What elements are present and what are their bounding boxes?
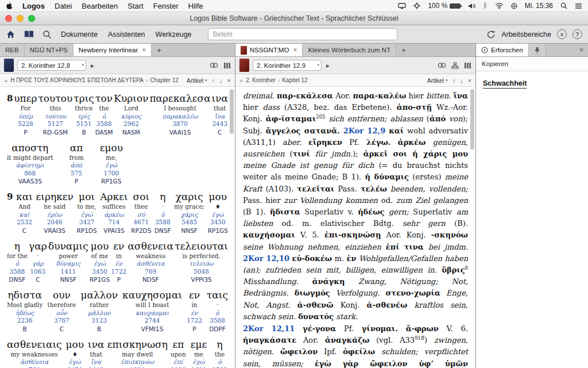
text-segment[interactable]: ἐπί τινα [386, 243, 424, 251]
text-segment[interactable]: τελεῖται [297, 185, 334, 193]
morph-code[interactable]: C [218, 128, 222, 136]
notification-center-icon[interactable] [575, 3, 582, 9]
toolbar-werkzeuge[interactable]: Werkzeuge [154, 29, 193, 40]
strongs-number[interactable]: 868 [24, 170, 36, 178]
text-segment[interactable]: ἀρκέω [398, 138, 426, 147]
display-icon[interactable] [398, 3, 406, 9]
interlinear-word[interactable]: επισκηνωσηmay dwellἐπισκηνόω1981VAAS3S [107, 338, 168, 368]
interlinear-word[interactable]: ιναthatἵνα2443C [88, 338, 104, 368]
text-segment[interactable]: ἵνα [454, 91, 468, 100]
morph-code[interactable]: P [24, 128, 27, 136]
text-segment[interactable]: ἄ-φρων [406, 324, 439, 333]
spotlight-icon[interactable] [560, 2, 567, 9]
text-segment[interactable]: ἀνάγκη [312, 277, 345, 286]
close-panel-icon[interactable]: × [468, 77, 471, 84]
morph-code[interactable]: VPAI3S [103, 227, 124, 235]
morph-code[interactable]: VFMI1S [141, 325, 164, 333]
morph-code[interactable]: NNSF [60, 275, 76, 283]
strongs-number[interactable]: 3588 [212, 366, 227, 368]
text-segment[interactable]: ὕβρις [442, 266, 465, 274]
interlinear-word[interactable]: ηfor theὁ3588DNSF [7, 240, 28, 284]
strongs-number[interactable]: 3427 [79, 218, 95, 227]
interlinear-word[interactable]: ΚυριονLordκύριος2962NASM [114, 92, 148, 136]
strongs-number[interactable]: 1691 [191, 366, 207, 368]
volume-icon[interactable] [468, 3, 475, 9]
close-tab-icon[interactable]: × [142, 47, 146, 53]
previous-article-icon[interactable]: ↑ [452, 77, 456, 84]
settings-icon[interactable] [413, 2, 420, 9]
text-segment[interactable]: ἄγγελος σατανᾶ. [266, 126, 340, 135]
interlinear-word[interactable]: μου♦ἐγώ3450RP1GS [208, 190, 228, 235]
reference-input[interactable] [17, 60, 86, 71]
verse-reference-link[interactable]: 2Kor 12,9 [343, 126, 386, 135]
close-tab-icon[interactable]: × [293, 47, 297, 53]
strongs-number[interactable]: 1700 [103, 170, 119, 178]
toolbar-assistenten[interactable]: Assistenten [107, 29, 146, 40]
morph-code[interactable]: DNSF [154, 227, 171, 235]
menu-datei[interactable]: Datei [55, 2, 72, 10]
menu-app-name[interactable]: Logos [22, 2, 45, 10]
strongs-number[interactable]: 1063 [30, 268, 46, 276]
text-segment[interactable]: γίνομαι. [362, 324, 398, 333]
text-segment[interactable]: ἐπι-σκηνώσῃ [324, 231, 381, 239]
go-arrow-icon[interactable]: ▸ [325, 62, 331, 70]
text-segment[interactable]: δυνατός [298, 312, 334, 321]
battery-status[interactable]: 100 % [428, 2, 461, 10]
resource-cover-thumbnail[interactable] [4, 59, 14, 72]
text-segment[interactable]: ἥδιστα [270, 208, 300, 216]
wifi-icon[interactable] [495, 3, 504, 9]
text-segment[interactable]: εὐ-δοκέω [292, 254, 332, 263]
strongs-number[interactable]: 2236 [17, 317, 33, 325]
minimize-window-button[interactable] [17, 15, 24, 22]
interlinear-word[interactable]: ιναthatἵνα2443C [212, 92, 228, 136]
verse-reference-link[interactable]: 2Kor 12,10 [243, 254, 289, 263]
strongs-number[interactable]: 3767 [54, 317, 69, 325]
artikel-dropdown[interactable]: Artikel ▾ [187, 77, 207, 84]
input-source-icon[interactable] [511, 3, 517, 9]
library-icon[interactable] [24, 30, 34, 39]
tab-pinned[interactable] [529, 44, 546, 56]
interlinear-word[interactable]: γαρ·γάρ1063C [29, 240, 47, 284]
menu-bearbeiten[interactable]: Bearbeiten [82, 2, 118, 10]
menu-fenster[interactable]: Fenster [153, 2, 179, 10]
morph-code[interactable]: B [23, 325, 27, 333]
artikel-dropdown[interactable]: Artikel ▾ [427, 77, 448, 84]
text-segment[interactable]: στενο-χωρία [386, 289, 440, 297]
new-tab-button[interactable]: + [152, 44, 167, 56]
interlinear-word[interactable]: τριςthriceτρίς5151B [74, 92, 94, 136]
morph-code[interactable]: VPPI3S [191, 275, 212, 283]
help-icon[interactable]: ? [572, 29, 582, 39]
interlinear-word[interactable]: τουτουthisτούτου5127RD-GSM [38, 92, 72, 136]
interlinear-word[interactable]: υπερForὑπέρ5228P [14, 92, 37, 136]
interlinear-word[interactable]: δυναμιςpowerδύναμις1411NNSF [48, 240, 88, 284]
link-set-icon[interactable] [438, 62, 446, 68]
text-segment[interactable]: διωγμός [295, 289, 330, 297]
text-segment[interactable]: ἀπο-στῇ [397, 103, 432, 112]
interlinear-word[interactable]: ενinἐν1722P [111, 240, 127, 284]
morph-code[interactable]: B [82, 128, 86, 136]
apple-menu-icon[interactable] [6, 2, 13, 10]
interlinear-word[interactable]: ηtheὁ3588DNSF [211, 338, 228, 368]
morph-code[interactable]: P [192, 325, 196, 333]
next-article-icon[interactable]: ↓ [460, 77, 463, 84]
clock-label[interactable]: Mi. 15:36 [525, 2, 553, 10]
scrollbar-thumb[interactable] [230, 89, 234, 134]
text-segment[interactable]: τινί [293, 150, 310, 158]
strongs-number[interactable]: 4671 [133, 218, 149, 227]
kopieren-section[interactable]: Kopieren [476, 57, 588, 71]
home-icon[interactable] [6, 30, 16, 39]
strongs-number[interactable]: 5228 [18, 120, 33, 128]
morph-code[interactable]: RP1GS [208, 227, 228, 235]
tab-reb[interactable]: REB [0, 44, 25, 56]
strongs-number[interactable]: 3588 [210, 317, 225, 325]
interlinear-word[interactable]: ασθενειαweaknessἀσθένεια769NDSF [128, 240, 173, 284]
reference-input[interactable] [253, 60, 322, 71]
morph-code[interactable]: RP1GS [90, 275, 110, 283]
morph-code[interactable]: C [22, 227, 26, 235]
text-segment[interactable]: ἡδέως [358, 208, 384, 216]
new-tab-button[interactable]: + [396, 44, 411, 56]
text-segment[interactable]: ὀφείλω [343, 347, 375, 356]
strongs-number[interactable]: 3588 [10, 268, 25, 276]
menu-start[interactable]: Start [127, 2, 143, 10]
text-segment[interactable]: γέ-γονα [303, 324, 336, 333]
